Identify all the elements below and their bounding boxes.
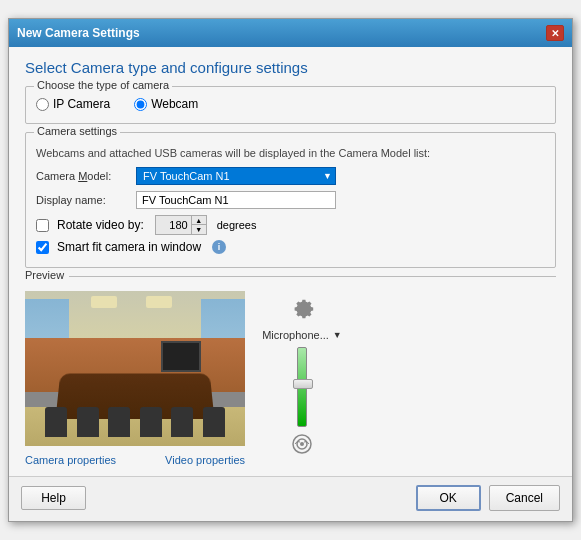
title-bar: New Camera Settings ✕ [9, 19, 572, 47]
ip-camera-option[interactable]: IP Camera [36, 97, 110, 111]
preview-links: Camera properties Video properties [25, 454, 245, 466]
chair-5 [171, 407, 193, 437]
camera-model-row: Camera Model: FV TouchCam N1 ▼ [36, 167, 545, 185]
chair-4 [140, 407, 162, 437]
rotate-video-row: Rotate video by: ▲ ▼ degrees [36, 215, 545, 235]
spin-down-button[interactable]: ▼ [192, 225, 206, 234]
video-properties-link[interactable]: Video properties [165, 454, 245, 466]
display-name-row: Display name: [36, 191, 545, 209]
scene-tv [161, 341, 201, 372]
webcam-label: Webcam [151, 97, 198, 111]
scene-light2 [146, 296, 172, 308]
chair-1 [45, 407, 67, 437]
footer-right-buttons: OK Cancel [416, 485, 560, 511]
rotate-spin-wrapper: ▲ ▼ [155, 215, 207, 235]
dialog-footer: Help OK Cancel [9, 476, 572, 521]
preview-content: Camera properties Video properties Micro… [25, 291, 556, 466]
smart-fit-row: Smart fit camera in window i [36, 240, 545, 254]
smart-fit-checkbox[interactable] [36, 241, 49, 254]
degrees-label: degrees [217, 219, 257, 231]
volume-thumb[interactable] [293, 379, 313, 389]
dialog-body: Select Camera type and configure setting… [9, 47, 572, 476]
rotate-video-label: Rotate video by: [57, 218, 144, 232]
speaker-icon [291, 433, 313, 459]
display-name-label: Display name: [36, 194, 136, 206]
preview-group: Preview [25, 276, 556, 466]
spin-up-button[interactable]: ▲ [192, 216, 206, 225]
preview-title: Preview [25, 269, 69, 281]
camera-settings-title: Camera settings [34, 125, 120, 137]
camera-type-radio-row: IP Camera Webcam [36, 93, 545, 115]
dialog-title: New Camera Settings [17, 26, 140, 40]
mic-label: Microphone... [262, 329, 329, 341]
chair-3 [108, 407, 130, 437]
camera-scene [25, 291, 245, 446]
webcam-option[interactable]: Webcam [134, 97, 198, 111]
camera-model-select[interactable]: FV TouchCam N1 [136, 167, 336, 185]
scene-light1 [91, 296, 117, 308]
webcam-radio[interactable] [134, 98, 147, 111]
camera-model-label: Camera Model: [36, 170, 136, 182]
scene-chairs [43, 407, 228, 438]
camera-type-label: Choose the type of camera [34, 79, 172, 91]
mic-label-row: Microphone... ▼ [262, 329, 342, 341]
smart-fit-label: Smart fit camera in window [57, 240, 201, 254]
rotate-spin-input[interactable] [156, 217, 191, 233]
chair-2 [77, 407, 99, 437]
camera-info-text: Webcams and attached USB cameras will be… [36, 147, 545, 159]
close-button[interactable]: ✕ [546, 25, 564, 41]
preview-image-section: Camera properties Video properties [25, 291, 245, 466]
volume-slider-area [297, 347, 307, 427]
chair-6 [203, 407, 225, 437]
dialog-heading: Select Camera type and configure setting… [25, 59, 556, 76]
ip-camera-label: IP Camera [53, 97, 110, 111]
mic-dropdown-button[interactable]: ▼ [333, 330, 342, 340]
camera-properties-link[interactable]: Camera properties [25, 454, 116, 466]
camera-model-dropdown-wrapper: FV TouchCam N1 ▼ [136, 167, 336, 185]
preview-image [25, 291, 245, 446]
audio-panel: Microphone... ▼ [257, 291, 347, 466]
gear-icon[interactable] [288, 295, 316, 323]
cancel-button[interactable]: Cancel [489, 485, 560, 511]
camera-settings-group: Camera settings Webcams and attached USB… [25, 132, 556, 268]
help-button[interactable]: Help [21, 486, 86, 510]
new-camera-dialog: New Camera Settings ✕ Select Camera type… [8, 18, 573, 522]
volume-track[interactable] [297, 347, 307, 427]
camera-type-group: Choose the type of camera IP Camera Webc… [25, 86, 556, 124]
svg-point-2 [300, 442, 304, 446]
spin-buttons: ▲ ▼ [191, 216, 206, 234]
ip-camera-radio[interactable] [36, 98, 49, 111]
smart-fit-info-icon[interactable]: i [212, 240, 226, 254]
display-name-input[interactable] [136, 191, 336, 209]
ok-button[interactable]: OK [416, 485, 481, 511]
rotate-video-checkbox[interactable] [36, 219, 49, 232]
